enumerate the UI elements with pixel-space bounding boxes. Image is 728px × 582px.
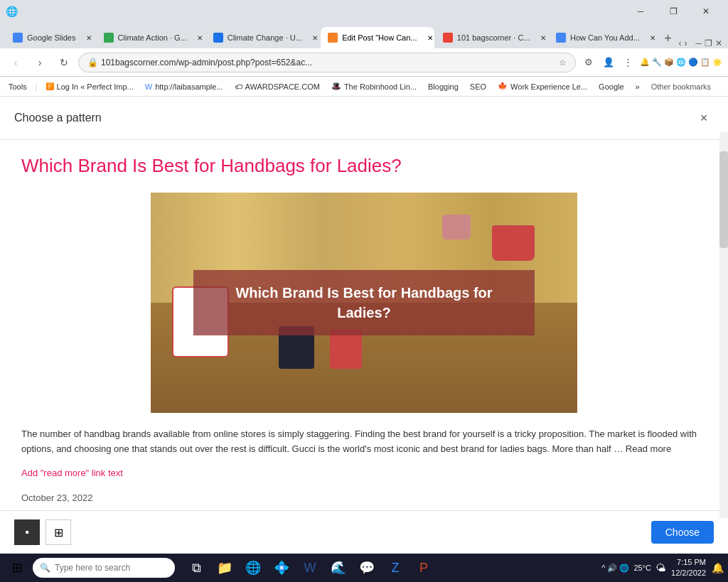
single-view-icon: ▪ [25,526,29,539]
browser-controls: ‹ › ─ ❐ ✕ [678,38,722,48]
bookmark-google[interactable]: Google [596,81,626,92]
post-title[interactable]: Which Brand Is Best for Handbags for Lad… [21,154,707,178]
word-icon[interactable]: W [297,555,323,581]
dialog-body[interactable]: Which Brand Is Best for Handbags for Lad… [0,140,728,510]
bookmarks-bar: Tools | 🅿 Log In « Perfect Imp... W http… [0,77,728,97]
bookmark-label: The Robinhood Lin... [344,82,417,91]
tab-label: Climate Change · U... [228,33,302,42]
restore-button[interactable]: ❐ [657,0,690,23]
bookmark-seo[interactable]: SEO [467,81,489,92]
task-view-button[interactable]: ⧉ [183,555,209,581]
tab-close-icon[interactable]: ✕ [83,32,95,43]
toolbar-icons: 🔔 🔧 📦 🌐 🔵 📋 🌟 [640,58,722,67]
clock-time: 7:15 PM [671,557,706,568]
clock-date: 12/2/2022 [671,568,706,578]
tab-close-icon[interactable]: ✕ [424,32,434,43]
tab-climate-action[interactable]: Climate Action · G... ✕ [97,27,205,48]
weather-display: 25°C [633,564,651,572]
tab-favicon [443,33,453,43]
dialog-scrollbar[interactable] [719,132,728,518]
file-explorer-icon[interactable]: 📁 [212,555,237,581]
chrome-icon[interactable]: 🌐 [240,555,266,581]
tab-label: 101 bagscorner · C... [457,33,530,42]
bookmark-label: Tools [9,82,27,91]
profile-icon[interactable]: 👤 [600,54,617,71]
grid-view-button[interactable]: ⊞ [46,519,71,545]
bookmark-more[interactable]: » [633,81,643,92]
bookmark-laibasample[interactable]: W http://laibasample... [142,81,226,92]
lock-icon: 🔒 [87,58,98,68]
tab-favicon [556,33,566,43]
notification-center-icon[interactable]: 🔔 [712,562,724,573]
edge-icon[interactable]: 🌊 [326,555,351,581]
address-bar[interactable]: 🔒 101bagscorner.com/wp-admin/post.php?po… [78,53,576,72]
tab-scroll-right[interactable]: › [684,38,687,48]
tab-label: Google Slides [27,33,76,42]
more-bookmarks-icon: » [636,82,640,91]
bag-shape-5 [330,330,362,369]
other-bookmarks[interactable]: Other bookmarks [651,82,711,91]
start-button[interactable]: ⊞ [4,555,30,581]
browser-restore[interactable]: ❐ [705,38,712,48]
forward-button[interactable]: › [30,53,50,72]
bookmark-robinhood[interactable]: 🎩 The Robinhood Lin... [328,80,419,92]
minimize-button[interactable]: ─ [624,0,657,23]
bookmark-work-experience[interactable]: 🍁 Work Experience Le... [495,80,590,92]
browser-close[interactable]: ✕ [715,38,722,48]
bookmark-tools[interactable]: Tools [6,81,30,92]
system-tray: ^ 🔊 🌐 25°C 🌤 [601,562,665,573]
bookmark-star-icon[interactable]: ☆ [559,58,567,68]
tab-edit-post[interactable]: Edit Post "How Can... ✕ [321,27,434,48]
tab-close-icon[interactable]: ✕ [537,32,547,43]
single-view-button[interactable]: ▪ [14,519,40,545]
reload-button[interactable]: ↻ [54,53,74,72]
tab-label: Climate Action · G... [118,33,187,42]
choose-button[interactable]: Choose [651,521,714,544]
post-date: October 23, 2022 [21,492,707,503]
close-button[interactable]: ✕ [690,0,722,23]
post-excerpt: The number of handbag brands available f… [21,427,707,457]
bookmark-awardspace[interactable]: 🏷 AWARDSPACE.COM [232,81,323,92]
taskbar-app-icons: ⧉ 📁 🌐 💠 W 🌊 💬 Z P [183,555,437,581]
bookmark-perfect-imp[interactable]: 🅿 Log In « Perfect Imp... [43,81,136,92]
bookmark-label: Blogging [428,82,459,91]
tab-close-icon[interactable]: ✕ [309,32,319,43]
taskbar-search[interactable]: 🔍 [33,558,175,578]
more-options-icon[interactable]: ⋮ [620,54,637,71]
search-input[interactable] [55,563,154,573]
browser-minimize[interactable]: ─ [695,38,702,48]
tab-101bagscorner[interactable]: 101 bagscorner · C... ✕ [436,27,547,48]
clock[interactable]: 7:15 PM 12/2/2022 [671,557,706,579]
bookmark-label: SEO [470,82,486,91]
tab-how-can-you-add[interactable]: How Can You Add... ✕ [549,27,658,48]
zoom-icon[interactable]: Z [382,555,408,581]
whatsapp-icon[interactable]: 💬 [354,555,380,581]
tab-climate-change[interactable]: Climate Change · U... ✕ [206,27,319,48]
pattern-dialog: Choose a pattern × Which Brand Is Best f… [0,97,728,554]
tab-close-icon[interactable]: ✕ [194,32,205,43]
bookmark-label: Log In « Perfect Imp... [57,82,134,91]
read-more-link[interactable]: Add "read more" link text [21,468,707,478]
tab-close-icon[interactable]: ✕ [647,32,658,43]
new-tab-button[interactable]: + [659,28,678,48]
weather-icon: 🌤 [655,562,665,573]
tab-favicon [328,33,338,43]
view-toggle: ▪ ⊞ [14,519,71,545]
vs-code-icon[interactable]: 💠 [269,555,294,581]
navigation-bar: ‹ › ↻ 🔒 101bagscorner.com/wp-admin/post.… [0,48,728,77]
bookmark-blogging[interactable]: Blogging [425,81,461,92]
image-overlay: Which Brand Is Best for Handbags for Lad… [193,270,535,335]
tab-favicon [213,33,223,43]
bookmark-icon: W [145,82,152,91]
back-button[interactable]: ‹ [6,53,26,72]
extensions-icon[interactable]: ⚙ [580,54,597,71]
tab-scroll-left[interactable]: ‹ [678,38,681,48]
tab-bar: Google Slides ✕ Climate Action · G... ✕ … [0,23,728,48]
powerpoint-icon[interactable]: P [411,555,437,581]
dialog-close-button[interactable]: × [694,108,714,128]
tab-google-slides[interactable]: Google Slides ✕ [6,27,95,48]
bag-shape-2 [442,215,471,239]
dialog-header: Choose a pattern × [0,97,728,140]
window-title-left: 🌐 [6,6,18,17]
bookmark-icon: 🍁 [498,82,508,91]
